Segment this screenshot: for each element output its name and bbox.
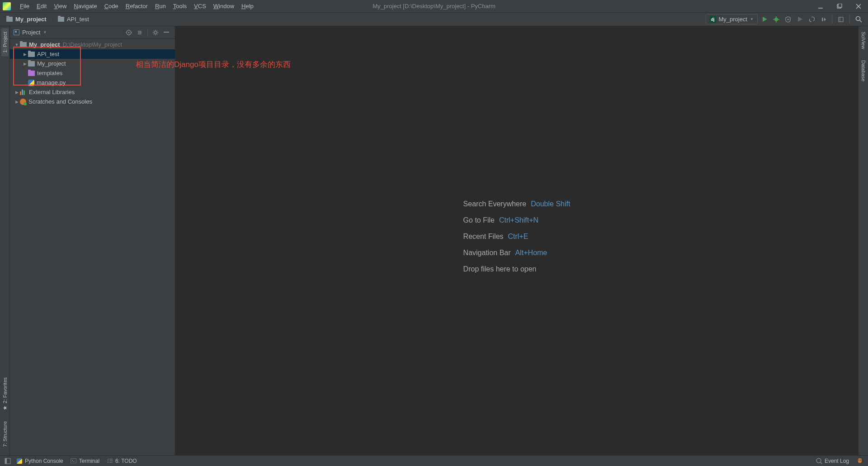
left-tool-gutter: 1: Project ★ 2: Favorites 7: Structure (0, 26, 10, 455)
tree-item-templates[interactable]: templates (10, 68, 175, 78)
tab-favorites[interactable]: ★ 2: Favorites (1, 374, 9, 415)
kb-hint-label: Navigation Bar (463, 249, 511, 257)
tree-item-api_test[interactable]: ▶API_test (10, 49, 175, 59)
locate-icon[interactable] (124, 28, 134, 38)
menu-help[interactable]: Help (238, 1, 257, 11)
svg-line-34 (157, 33, 158, 34)
maximize-button[interactable] (836, 3, 843, 10)
ext-libs-label: External Libraries (29, 89, 75, 95)
python-console-label: Python Console (25, 458, 63, 464)
project-tree[interactable]: ▼ My_project D:\Desktop\My_project ▶API_… (10, 39, 175, 455)
tab-structure-label: 7: Structure (2, 421, 8, 447)
svg-point-6 (774, 18, 778, 21)
kb-hint-label: Go to File (463, 216, 495, 224)
breadcrumb-0[interactable]: My_project (5, 15, 48, 24)
event-log-button[interactable]: Event Log (812, 458, 853, 464)
svg-rect-2 (838, 4, 842, 7)
external-libraries[interactable]: ▶ External Libraries (10, 87, 175, 97)
tab-database[interactable]: Database (860, 57, 867, 85)
hector-icon[interactable] (853, 457, 863, 465)
menu-window[interactable]: Window (210, 1, 238, 11)
terminal-button[interactable]: Terminal (67, 458, 103, 464)
menu-file[interactable]: File (16, 1, 33, 11)
terminal-label: Terminal (79, 458, 99, 464)
stop-button[interactable] (818, 14, 828, 24)
project-view-selector[interactable]: Project ▼ (14, 29, 47, 36)
expand-arrow-icon[interactable]: ▶ (14, 90, 20, 95)
tab-project[interactable]: 1: Project (1, 28, 9, 56)
kb-hint-row: Navigation BarAlt+Home (463, 249, 571, 257)
tab-project-label: 1: Project (2, 32, 8, 52)
library-icon (20, 90, 27, 95)
expand-arrow-icon[interactable]: ▶ (22, 62, 28, 66)
svg-point-48 (816, 458, 821, 463)
run-coverage-button[interactable] (783, 14, 793, 24)
tab-sciview[interactable]: SciView (860, 28, 867, 53)
breadcrumb-1[interactable]: API_test (56, 15, 91, 24)
pycharm-icon (3, 2, 11, 10)
tab-structure[interactable]: 7: Structure (1, 418, 9, 451)
expand-arrow-icon[interactable]: ▶ (14, 100, 20, 104)
search-button[interactable] (854, 14, 863, 24)
project-icon (14, 29, 19, 35)
menu-refactor[interactable]: Refactor (122, 1, 151, 11)
menu-code[interactable]: Code (101, 1, 122, 11)
kb-hint-label: Search Everywhere (463, 200, 527, 208)
breadcrumb-separator: 〉 (49, 15, 55, 24)
tree-item-label: manage.py (37, 79, 66, 86)
close-button[interactable] (855, 3, 862, 10)
kb-hint-row: Go to FileCtrl+Shift+N (463, 216, 571, 224)
profile-button[interactable] (795, 14, 805, 24)
svg-rect-50 (858, 458, 862, 463)
todo-icon (107, 458, 113, 464)
tab-sciview-label: SciView (861, 32, 866, 49)
folder-icon (28, 61, 35, 67)
root-name: My_project (29, 41, 60, 48)
editor-area[interactable]: 相当简洁的Django项目目录，没有多余的东西 Search Everywher… (175, 26, 858, 455)
tree-root[interactable]: ▼ My_project D:\Desktop\My_project (10, 40, 175, 49)
toolbar-separator (832, 15, 832, 24)
scratches-icon (20, 99, 26, 105)
update-project-button[interactable] (836, 14, 846, 24)
show-tool-windows-button[interactable] (5, 458, 13, 464)
nav-toolbar: My_project〉API_test dj My_project ▼ (0, 13, 868, 26)
menu-tools[interactable]: Tools (170, 1, 190, 11)
minimize-button[interactable] (817, 3, 824, 10)
expand-arrow-icon[interactable]: ▼ (14, 43, 20, 47)
menu-view[interactable]: View (50, 1, 70, 11)
hide-icon[interactable] (161, 28, 171, 38)
event-log-icon (816, 458, 822, 464)
debug-button[interactable] (771, 14, 781, 24)
svg-point-51 (859, 460, 859, 461)
status-bar: Python Console Terminal 6: TODO Event Lo… (0, 455, 868, 466)
python-console-button[interactable]: Python Console (13, 458, 67, 464)
annotation-text: 相当简洁的Django项目目录，没有多余的东西 (136, 59, 291, 70)
run-config-selector[interactable]: dj My_project ▼ (706, 14, 758, 24)
separator (147, 29, 148, 36)
run-config-label: My_project (719, 16, 748, 23)
todo-button[interactable]: 6: TODO (103, 458, 141, 464)
python-icon (16, 458, 23, 464)
attach-button[interactable] (807, 14, 816, 24)
gear-icon[interactable] (151, 28, 160, 38)
svg-line-35 (157, 31, 158, 32)
menu-navigate[interactable]: Navigate (70, 1, 100, 11)
kb-hint-key: Double Shift (531, 200, 570, 208)
svg-rect-15 (839, 17, 843, 22)
scratches-label: Scratches and Consoles (28, 98, 92, 105)
menu-edit[interactable]: Edit (33, 1, 50, 11)
expand-all-icon[interactable] (135, 28, 145, 38)
svg-rect-13 (822, 18, 823, 21)
svg-marker-5 (763, 17, 767, 22)
tree-item-manage-py[interactable]: manage.py (10, 78, 175, 87)
svg-rect-39 (5, 458, 7, 464)
folder-icon (6, 17, 13, 22)
svg-marker-14 (824, 18, 826, 21)
project-panel-title: Project (22, 29, 40, 36)
menu-run[interactable]: Run (151, 1, 170, 11)
expand-arrow-icon[interactable]: ▶ (22, 52, 28, 57)
run-button[interactable] (760, 14, 769, 24)
scratches-consoles[interactable]: ▶ Scratches and Consoles (10, 97, 175, 106)
menu-vcs[interactable]: VCS (190, 1, 210, 11)
folder-icon (28, 52, 35, 57)
